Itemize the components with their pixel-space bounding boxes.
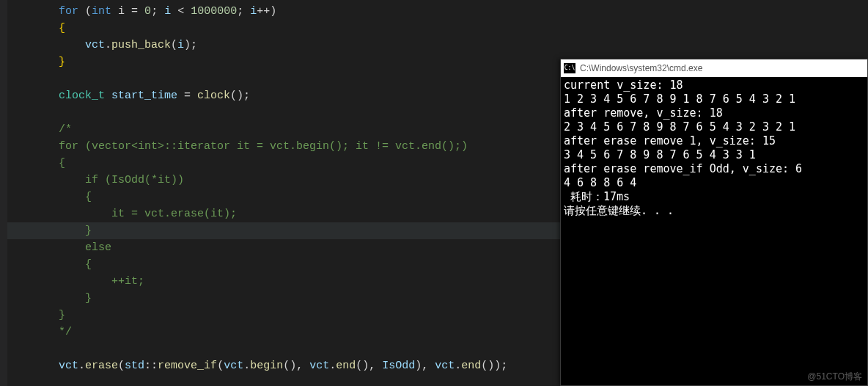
token-cmt: it = vct.erase(it); [111, 208, 237, 220]
token-var: i [250, 5, 257, 18]
code-line[interactable]: vct.erase(std::remove_if(vct.begin(), vc… [0, 357, 560, 374]
console-line: 1 2 3 4 5 6 7 8 9 1 8 7 6 5 4 3 2 1 [564, 92, 864, 106]
code-line[interactable]: } [0, 307, 560, 324]
code-line[interactable]: { [0, 256, 560, 273]
token-cmt: { [85, 191, 92, 203]
token-type: clock_t [59, 90, 105, 102]
code-line[interactable]: for (int i = 0; i < 1000000; i++) [0, 3, 560, 20]
token-var: vct [85, 39, 105, 51]
code-line[interactable] [0, 70, 560, 87]
token-op: = [177, 90, 197, 102]
token-punc: ), [415, 360, 435, 372]
code-line[interactable]: if (IsOdd(*it)) [0, 172, 560, 189]
token-brace: } [59, 56, 65, 68]
token-op [138, 5, 144, 18]
token-cmt: } [85, 292, 92, 305]
token-punc: . [78, 360, 85, 372]
code-line[interactable]: } [0, 290, 560, 307]
token-punc: ( [78, 5, 92, 18]
token-punc: ); [184, 39, 197, 51]
token-var: IsOdd [382, 360, 415, 372]
token-punc: ; [237, 5, 250, 18]
console-line: 2 3 4 5 6 7 8 9 8 7 6 5 4 3 2 3 2 1 [564, 120, 864, 134]
console-line: after remove, v_size: 18 [564, 106, 864, 120]
code-line[interactable]: /* [0, 121, 560, 138]
watermark: @51CTO博客 [807, 371, 862, 383]
console-line: 耗时：17ms [564, 190, 864, 204]
console-line: 4 6 8 8 6 4 [564, 176, 864, 190]
code-line[interactable] [0, 341, 560, 357]
code-line[interactable]: else [0, 239, 560, 256]
code-editor[interactable]: for (int i = 0; i < 1000000; i++) { vct.… [0, 0, 560, 386]
console-line: after erase remove_if Odd, v_size: 6 [564, 162, 864, 176]
code-line[interactable]: clock_t start_time = clock(); [0, 87, 560, 104]
code-line[interactable]: { [0, 189, 560, 205]
token-op [105, 90, 111, 102]
token-num: 1000000 [191, 5, 237, 18]
token-punc: ( [118, 360, 125, 372]
token-punc: . [455, 360, 461, 372]
token-var: start_time [111, 90, 177, 102]
token-punc: (), [283, 360, 309, 372]
code-line[interactable]: */ [0, 324, 560, 341]
token-cmt: for (vector<int>::iterator it = vct.begi… [59, 140, 468, 153]
token-punc: ()); [481, 360, 507, 372]
token-brace: { [59, 22, 65, 34]
code-line[interactable]: ++it; [0, 273, 560, 290]
token-punc: . [105, 39, 111, 51]
token-cmt: */ [59, 326, 72, 338]
token-fn: end [336, 360, 356, 372]
token-var: i [164, 5, 171, 18]
token-var: vct [59, 360, 78, 372]
token-fn: remove_if [158, 360, 217, 372]
token-key: int [92, 5, 111, 18]
token-fn: begin [250, 360, 283, 372]
token-punc: . [329, 360, 336, 372]
token-punc: (); [230, 90, 250, 102]
token-cmt: /* [59, 123, 72, 136]
console-line: 3 4 5 6 7 8 9 8 7 6 5 4 3 3 1 [564, 148, 864, 162]
code-line[interactable]: it = vct.erase(it); [0, 205, 560, 222]
token-fn: end [461, 360, 481, 372]
token-punc: :: [144, 360, 158, 372]
console-window: C:\ C:\Windows\system32\cmd.exe current … [560, 59, 868, 386]
token-cmt: { [85, 258, 92, 271]
code-line[interactable]: for (vector<int>::iterator it = vct.begi… [0, 138, 560, 155]
code-line[interactable]: } [0, 54, 560, 70]
token-op: = [131, 5, 138, 18]
token-punc: ( [171, 39, 177, 51]
token-var: vct [224, 360, 243, 372]
token-punc: ) [270, 5, 276, 18]
token-cmt: { [59, 157, 65, 170]
token-punc: . [243, 360, 250, 372]
code-line[interactable]: vct.push_back(i); [0, 37, 560, 54]
token-var: std [125, 360, 144, 372]
code-line[interactable]: } [0, 222, 560, 239]
code-line[interactable] [0, 104, 560, 121]
token-cmt: ++it; [111, 275, 144, 288]
console-body[interactable]: current v_size: 181 2 3 4 5 6 7 8 9 1 8 … [561, 77, 867, 219]
code-body[interactable]: for (int i = 0; i < 1000000; i++) { vct.… [0, 3, 560, 374]
token-op: < [171, 5, 191, 18]
token-op: i [111, 5, 131, 18]
token-var: i [177, 39, 184, 51]
token-var: vct [309, 360, 329, 372]
editor-gutter [0, 0, 7, 386]
token-fn: clock [197, 90, 230, 102]
token-num: 0 [144, 5, 151, 18]
console-titlebar[interactable]: C:\ C:\Windows\system32\cmd.exe [561, 59, 867, 77]
console-title: C:\Windows\system32\cmd.exe [580, 63, 702, 73]
token-fn: push_back [111, 39, 171, 51]
code-line[interactable]: { [0, 20, 560, 37]
cmd-icon: C:\ [564, 63, 575, 73]
token-cmt: } [59, 309, 65, 321]
console-line: current v_size: 18 [564, 79, 864, 92]
console-line: after erase remove 1, v_size: 15 [564, 134, 864, 148]
code-line[interactable]: { [0, 155, 560, 172]
token-punc: (), [356, 360, 382, 372]
token-punc: ; [151, 5, 164, 18]
console-line: 请按任意键继续. . . [564, 204, 864, 218]
token-cmt: } [85, 225, 92, 237]
token-cmt: else [85, 241, 111, 254]
token-var: vct [435, 360, 455, 372]
